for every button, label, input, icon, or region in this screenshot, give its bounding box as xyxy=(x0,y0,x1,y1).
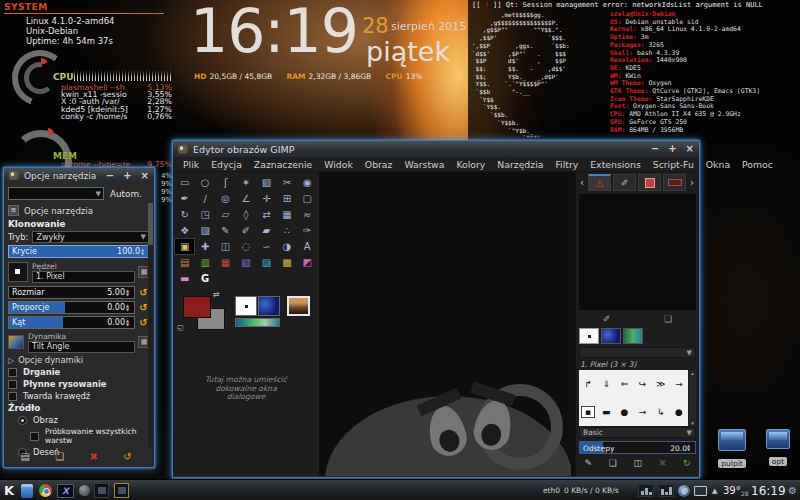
toolbox-tool[interactable]: ▬ xyxy=(175,271,194,286)
toolbox-tool[interactable]: A xyxy=(298,239,317,254)
desktop-icon-opt[interactable]: opt xyxy=(756,429,800,468)
brushes-tab[interactable] xyxy=(579,328,599,344)
tool-options-tab[interactable]: ≡ Opcje narzędzia xyxy=(8,204,150,217)
tool-options-toolbar-button[interactable]: ↺ xyxy=(123,451,131,462)
gimp-canvas-area[interactable] xyxy=(319,172,575,476)
toolbox-tool[interactable]: ∕ xyxy=(195,191,214,206)
brush-cell[interactable]: ⇓ xyxy=(602,379,610,389)
brush-grid-scrollbar[interactable]: ▴ ▾ xyxy=(689,370,696,426)
toolbox-tool[interactable]: ≈ xyxy=(298,207,317,222)
reset-colors-icon[interactable]: ◱ xyxy=(177,324,184,332)
toolbox-tool[interactable]: ◉ xyxy=(298,175,317,190)
menu-item[interactable]: Narzędzia xyxy=(491,159,549,170)
toolbox-tool[interactable]: ▨ xyxy=(195,223,214,238)
source-image-radio[interactable] xyxy=(18,416,27,425)
toolbox-tool[interactable]: ✶ xyxy=(236,175,255,190)
brush-cell[interactable]: ↱ xyxy=(584,379,592,389)
toolbox-tool[interactable]: ◩ xyxy=(298,255,317,270)
aspect-ratio-slider[interactable]: Proporcje 0.00 ▲▼ xyxy=(8,301,135,314)
menu-item[interactable]: Script-Fu xyxy=(647,159,700,170)
brush-thumbnail[interactable] xyxy=(8,262,28,282)
active-gradient-indicator[interactable] xyxy=(235,318,280,327)
toolbox-tool[interactable]: ✐ xyxy=(236,223,255,238)
brush-cell[interactable]: ▬ xyxy=(602,407,611,417)
error-console-tab[interactable]: ⚠ xyxy=(588,174,611,191)
chrome-launcher-icon[interactable] xyxy=(39,480,52,500)
dock-tabs-next-icon[interactable]: › xyxy=(688,177,696,188)
taskbar-clock[interactable]: 16:19 xyxy=(751,480,786,500)
task-button-tool-options[interactable] xyxy=(94,480,109,500)
toolbox-tool[interactable]: ▣ xyxy=(175,239,194,254)
image-selector-dropdown[interactable]: ▼ xyxy=(8,187,104,200)
toolbox-tool[interactable]: ▦ xyxy=(216,255,235,270)
menu-item[interactable]: Obraz xyxy=(359,159,399,170)
dock-tabs-prev-icon[interactable]: ‹ xyxy=(578,177,586,188)
toolbox-tool[interactable]: ✛ xyxy=(257,191,276,206)
tool-options-dock-tab[interactable]: ✐ xyxy=(613,174,636,191)
toolbox-tool[interactable]: ▰ xyxy=(257,223,276,238)
launcher-dot-icon[interactable] xyxy=(79,480,90,500)
display-tray-icon[interactable] xyxy=(694,480,707,500)
auto-follow-button[interactable]: Autom. xyxy=(110,189,142,199)
brush-cell[interactable]: ↪ xyxy=(639,379,647,389)
toolbox-tool[interactable]: ▩ xyxy=(277,255,296,270)
toolbox-tool[interactable]: ◳ xyxy=(195,207,214,222)
brushes-toolbar-button[interactable]: ✖ xyxy=(659,458,667,468)
brush-field[interactable]: 1. Pixel xyxy=(32,271,135,283)
network-up-meter[interactable] xyxy=(658,484,674,497)
documents-launcher-icon[interactable] xyxy=(21,480,33,500)
toolbox-tool[interactable]: ∠ xyxy=(236,191,255,206)
xterm-launcher-icon[interactable]: X xyxy=(57,480,74,500)
menu-item[interactable]: Zaznaczenie xyxy=(248,159,318,170)
toolbox-tool[interactable]: ✎ xyxy=(216,223,235,238)
toolbox-tool[interactable]: ▧ xyxy=(257,175,276,190)
brushes-dock-tab[interactable] xyxy=(638,174,661,191)
brush-cell[interactable]: ● xyxy=(675,407,683,417)
dynamics-thumbnail[interactable] xyxy=(8,335,24,349)
scroll-up-icon[interactable]: ▴ xyxy=(691,370,694,376)
toolbox-tool[interactable]: ✚ xyxy=(195,239,214,254)
toolbox-tool[interactable]: ↻ xyxy=(175,207,194,222)
spacing-spinner[interactable]: ▲▼ xyxy=(687,442,694,453)
toolbox-tool[interactable]: ◫ xyxy=(216,239,235,254)
close-button[interactable]: × xyxy=(686,144,694,154)
toolbox-tool[interactable]: ▭ xyxy=(175,175,194,190)
angle-spinner[interactable]: ▲▼ xyxy=(126,317,133,328)
menu-item[interactable]: Okna xyxy=(700,159,736,170)
toolbox-tool[interactable]: ◊ xyxy=(236,207,255,222)
aspect-spinner[interactable]: ▲▼ xyxy=(126,302,133,313)
globe-tray-icon[interactable]: ⊕ xyxy=(678,480,690,500)
toolbox-tool[interactable]: ✂ xyxy=(277,175,296,190)
tool-options-toolbar-button[interactable]: ❏ xyxy=(55,451,64,462)
patterns-dock-tab[interactable] xyxy=(663,174,686,191)
maximize-button[interactable]: + xyxy=(668,144,676,154)
menu-item[interactable]: Warstwa xyxy=(398,159,450,170)
toolbox-tool[interactable]: ⇄ xyxy=(257,207,276,222)
gimp-titlebar[interactable]: Edytor obrazów GIMP − + × xyxy=(173,141,699,157)
maximize-button[interactable]: + xyxy=(123,171,131,181)
foreground-color-swatch[interactable] xyxy=(183,296,211,318)
brushes-toolbar-button[interactable]: ◫ xyxy=(634,458,643,468)
brush-cell[interactable]: ≫ xyxy=(656,379,665,389)
swap-colors-icon[interactable]: ⇄ xyxy=(213,290,220,299)
console-toolbar-button[interactable]: ✐ xyxy=(603,314,611,324)
brush-tag-filter[interactable]: ▼ xyxy=(579,347,696,358)
minimize-button[interactable]: − xyxy=(651,144,659,154)
toolbox-tool[interactable]: ʃ xyxy=(216,175,235,190)
toolbox-tool[interactable]: ▦ xyxy=(277,207,296,222)
toolbox-tool[interactable]: ○ xyxy=(195,175,214,190)
brush-tag-row[interactable]: Basic ▼ xyxy=(579,427,696,438)
hard-edge-checkbox[interactable] xyxy=(8,392,17,401)
toolbox-tool[interactable]: ▱ xyxy=(216,207,235,222)
brush-spacing-slider[interactable]: Odstępy 20.0 ▲▼ xyxy=(579,441,696,454)
active-pattern-indicator[interactable] xyxy=(258,296,280,316)
tool-options-toolbar-button[interactable]: ▤ xyxy=(21,451,30,462)
toolbox-tool[interactable]: ▧ xyxy=(236,255,255,270)
menu-item[interactable]: Kolory xyxy=(450,159,491,170)
jitter-checkbox[interactable] xyxy=(8,368,17,377)
tool-options-titlebar[interactable]: Opcje narzędzia − + × xyxy=(4,168,154,183)
scroll-down-icon[interactable]: ▾ xyxy=(691,420,694,426)
menu-item[interactable]: Pomoc xyxy=(736,159,779,170)
panel-settings-icon[interactable]: ⚙ xyxy=(788,480,797,500)
brush-cell[interactable]: ▪ xyxy=(582,407,594,417)
